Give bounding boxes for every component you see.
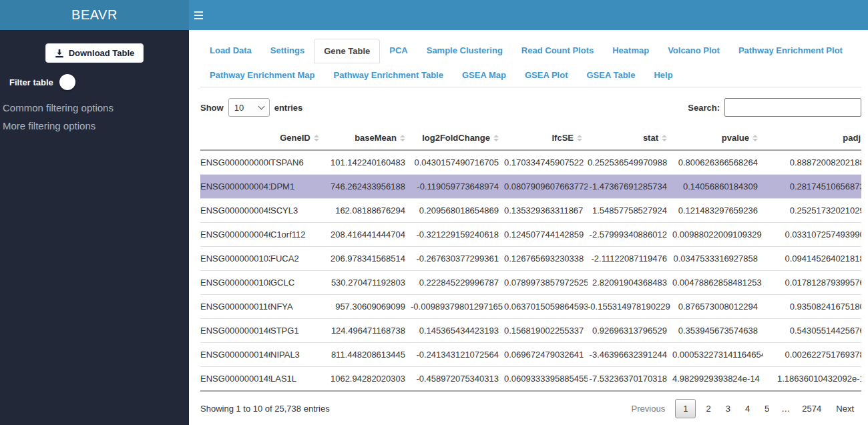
table-cell: 0.0807909607663772	[504, 175, 588, 199]
tab-load-data[interactable]: Load Data	[200, 39, 261, 63]
gene-table: GeneIDbaseMeanlog2FoldChangelfcSEstatpva…	[200, 126, 861, 390]
table-row[interactable]: ENSG00000001036FUCA2206.978341568514-0.2…	[200, 247, 861, 271]
table-row[interactable]: ENSG00000000460C1orf112208.416441444704-…	[200, 223, 861, 247]
tab-pca[interactable]: PCA	[380, 39, 417, 63]
column-header-geneid[interactable]: GeneID	[270, 126, 329, 150]
table-cell: -0.321229159240618	[411, 223, 504, 247]
gene-table-container: GeneIDbaseMeanlog2FoldChangelfcSEstatpva…	[200, 126, 861, 392]
tab-pathway-enrichment-map[interactable]: Pathway Enrichment Map	[200, 63, 324, 87]
table-row[interactable]: ENSG00000001461NIPAL3811.448208613445-0.…	[200, 343, 861, 367]
table-cell: 0.0347533316927858	[672, 247, 763, 271]
table-row[interactable]: ENSG00000000457SCYL3162.081886762940.209…	[200, 199, 861, 223]
column-header-inner: pvalue	[672, 133, 763, 143]
table-row[interactable]: ENSG00000000419DPM1746.262433956188-0.11…	[200, 175, 861, 199]
column-header-stat[interactable]: stat	[588, 126, 672, 150]
table-row[interactable]: ENSG00000001167NFYA957.30609069099-0.009…	[200, 295, 861, 319]
search-control: Search:	[688, 98, 861, 117]
table-cell: 162.08188676294	[329, 199, 411, 223]
table-cell: 101.142240160483	[329, 150, 411, 175]
tab-settings[interactable]: Settings	[261, 39, 314, 63]
column-header-label: pvalue	[722, 133, 749, 143]
table-cell: 0.252517320210295	[763, 199, 861, 223]
table-cell: ENSG00000000003	[200, 150, 270, 175]
table-cell: -0.00989379801297165	[411, 295, 504, 319]
table-cell: 0.135329363311867	[504, 199, 588, 223]
table-row[interactable]: ENSG00000000003TSPAN6101.1422401604830.0…	[200, 150, 861, 175]
table-cell: 0.0789973857972525	[504, 271, 588, 295]
table-cell: 0.281745106568735	[763, 175, 861, 199]
tab-pathway-enrichment-table[interactable]: Pathway Enrichment Table	[324, 63, 452, 87]
tab-gsea-table[interactable]: GSEA Table	[577, 63, 644, 87]
page-button-2[interactable]: 2	[698, 399, 718, 418]
tab-read-count-plots[interactable]: Read Count Plots	[512, 39, 603, 63]
table-cell: ENSG00000000419	[200, 175, 270, 199]
column-header-pvalue[interactable]: pvalue	[672, 126, 763, 150]
table-cell: 206.978341568514	[329, 247, 411, 271]
table-cell: -2.57999340886012	[588, 223, 672, 247]
main-content: Load DataSettingsGene TablePCASample Clu…	[189, 30, 868, 425]
toggle-knob	[59, 74, 75, 90]
page-button-1[interactable]: 1	[675, 399, 696, 418]
table-cell: ENSG00000001167	[200, 295, 270, 319]
top-navbar	[189, 0, 868, 30]
table-cell: -3.46396632391244	[588, 343, 672, 367]
table-cell: 0.800626366568264	[672, 150, 763, 175]
table-cell: 0.170334745907522	[504, 150, 588, 175]
column-header-lfcse[interactable]: lfcSE	[504, 126, 588, 150]
table-cell: -1.47367691285734	[588, 175, 672, 199]
page-button-5[interactable]: 5	[757, 399, 777, 418]
download-button-label: Download Table	[69, 48, 135, 58]
chevron-down-icon	[258, 103, 264, 110]
download-table-button[interactable]: Download Table	[45, 43, 144, 63]
table-row[interactable]: ENSG00000001460STPG1124.4964711687380.14…	[200, 319, 861, 343]
column-header-basemean[interactable]: baseMean	[329, 126, 411, 150]
table-cell: 0.124507744142859	[504, 223, 588, 247]
table-cell: NIPAL3	[270, 343, 329, 367]
table-cell: ENSG00000000457	[200, 199, 270, 223]
tab-gsea-plot[interactable]: GSEA Plot	[515, 63, 578, 87]
download-icon	[55, 49, 64, 58]
table-cell: 2.82091904368483	[588, 271, 672, 295]
hamburger-icon[interactable]	[189, 0, 219, 30]
page-button-2574[interactable]: 2574	[795, 399, 829, 418]
sidebar-item-common-filtering-options[interactable]: Common filtering options	[0, 99, 189, 117]
tab-heatmap[interactable]: Heatmap	[603, 39, 658, 63]
column-header-log2foldchange[interactable]: log2FoldChange	[411, 126, 504, 150]
page-button-previous[interactable]: Previous	[624, 399, 673, 418]
table-footer: Showing 1 to 10 of 25,738 entries Previo…	[200, 399, 861, 418]
table-cell: 0.353945673574638	[672, 319, 763, 343]
table-cell: 530.270471192803	[329, 271, 411, 295]
table-cell: NFYA	[270, 295, 329, 319]
table-cell: TSPAN6	[270, 150, 329, 175]
tab-gsea-map[interactable]: GSEA Map	[453, 63, 515, 87]
page-button-3[interactable]: 3	[718, 399, 738, 418]
page-button-4[interactable]: 4	[738, 399, 757, 418]
tab-row-2: Pathway Enrichment MapPathway Enrichment…	[200, 63, 861, 87]
table-cell: 0.222845229996787	[411, 271, 504, 295]
table-cell: 0.935082416751806	[763, 295, 861, 319]
page-length-select[interactable]: 10	[228, 98, 270, 117]
page-button-next[interactable]: Next	[829, 399, 861, 418]
table-cell: 124.496471168738	[329, 319, 411, 343]
column-header-padj[interactable]: padj	[763, 126, 861, 150]
table-cell: ENSG00000001461	[200, 343, 270, 367]
table-cell: 0.145365434423193	[411, 319, 504, 343]
tab-gene-table[interactable]: Gene Table	[314, 39, 380, 63]
entries-label: entries	[274, 103, 303, 113]
tab-volcano-plot[interactable]: Volcano Plot	[658, 39, 729, 63]
table-row[interactable]: ENSG00000001497LAS1L1062.94282020303-0.4…	[200, 367, 861, 391]
table-row[interactable]: ENSG00000001084GCLC530.2704711928030.222…	[200, 271, 861, 295]
pagination: Previous12345…2574Next	[624, 399, 861, 418]
sidebar-item-more-filtering-options[interactable]: More filtering options	[0, 117, 189, 135]
tab-pathway-enrichment-plot[interactable]: Pathway Enrichment Plot	[729, 39, 852, 63]
table-cell: 0.252536549970988	[588, 150, 672, 175]
table-cell: 0.069672479032641	[504, 343, 588, 367]
table-cell: 746.262433956188	[329, 175, 411, 199]
tab-help[interactable]: Help	[644, 63, 682, 87]
sidebar-menu: Common filtering options More filtering …	[0, 99, 189, 135]
table-cell: 0.0178128793995765	[763, 271, 861, 295]
table-cell: 0.888720082021885	[763, 150, 861, 175]
search-input[interactable]	[724, 98, 861, 117]
tab-sample-clustering[interactable]: Sample Clustering	[417, 39, 512, 63]
filter-table-toggle[interactable]	[61, 76, 91, 88]
